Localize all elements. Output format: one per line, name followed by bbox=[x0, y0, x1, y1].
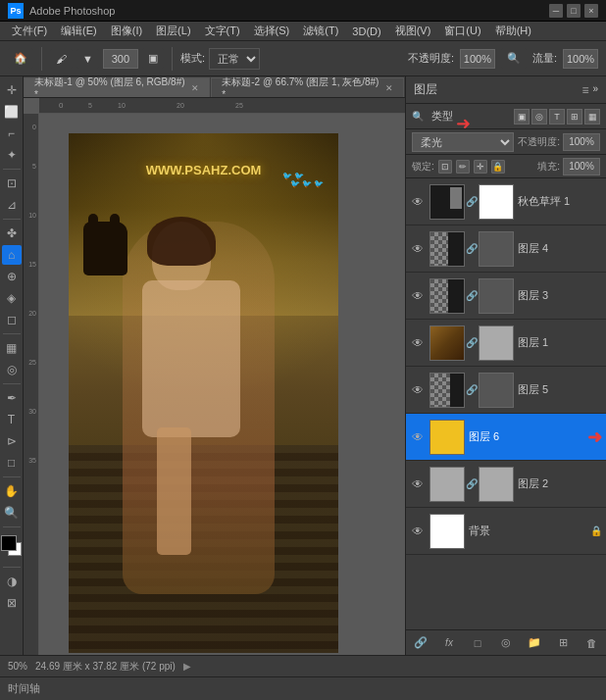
tab-2-close[interactable]: ✕ bbox=[385, 83, 393, 93]
close-button[interactable]: × bbox=[584, 4, 598, 18]
filter-smart[interactable]: ▦ bbox=[584, 109, 600, 125]
brush-type[interactable]: ▣ bbox=[142, 48, 164, 69]
menu-item-3D(D)[interactable]: 3D(D) bbox=[346, 24, 386, 39]
clone-tool[interactable]: ⊕ bbox=[2, 267, 22, 286]
layer-thumb-3 bbox=[429, 325, 465, 361]
layer-vis-0[interactable]: 👁 bbox=[410, 194, 426, 210]
screen-mode-tool[interactable]: ⊠ bbox=[2, 593, 22, 613]
layer-item-2[interactable]: 👁 🔗 图层 3 bbox=[406, 273, 606, 320]
opacity-value[interactable]: 100% bbox=[460, 49, 495, 69]
menu-item-文字(T)[interactable]: 文字(T) bbox=[199, 22, 246, 40]
lasso-tool[interactable]: ⌐ bbox=[2, 124, 22, 143]
history-tool[interactable]: ◈ bbox=[2, 288, 22, 308]
layer-vis-6[interactable]: 👁 bbox=[410, 476, 426, 492]
delete-layer-button[interactable]: 🗑 bbox=[582, 634, 600, 652]
photo-background: WWW.PSAHZ.COM 🐦 🐦 🐦 🐦 🐦 bbox=[69, 133, 338, 653]
search-button[interactable]: 🔍 bbox=[501, 48, 527, 69]
lock-move[interactable]: ✛ bbox=[474, 160, 487, 174]
fill-value[interactable]: 100% bbox=[563, 158, 600, 175]
crop-tool[interactable]: ⊡ bbox=[2, 174, 22, 193]
link-button[interactable]: 🔗 bbox=[412, 634, 429, 652]
maximize-button[interactable]: □ bbox=[567, 4, 581, 18]
menu-item-文件(F)[interactable]: 文件(F) bbox=[6, 22, 53, 40]
layer-vis-1[interactable]: 👁 bbox=[410, 241, 426, 257]
adjustment-button[interactable]: ◎ bbox=[497, 634, 515, 652]
panel-collapse[interactable]: » bbox=[592, 83, 598, 97]
layer-item-0[interactable]: 👁 🔗 秋色草坪 1 bbox=[406, 178, 606, 225]
menu-item-图层(L)[interactable]: 图层(L) bbox=[150, 22, 196, 40]
layer-mask-2 bbox=[479, 278, 514, 314]
menu-item-帮助(H)[interactable]: 帮助(H) bbox=[489, 22, 537, 40]
blur-tool[interactable]: ◎ bbox=[2, 360, 22, 379]
text-tool[interactable]: T bbox=[2, 410, 22, 429]
layer-vis-4[interactable]: 👁 bbox=[410, 382, 426, 398]
layer-item-4[interactable]: 👁 🔗 图层 5 bbox=[406, 367, 606, 414]
layer-item-1[interactable]: 👁 🔗 图层 4 bbox=[406, 225, 606, 273]
menu-item-滤镜(T)[interactable]: 滤镜(T) bbox=[297, 22, 344, 40]
girl-dress bbox=[142, 280, 240, 437]
layer-vis-5[interactable]: 👁 bbox=[410, 429, 426, 445]
rect-select-tool[interactable]: ⬜ bbox=[2, 102, 22, 122]
search-type-label: 类型 bbox=[428, 109, 457, 124]
eraser-tool[interactable]: ◻ bbox=[2, 310, 22, 329]
filter-adjust[interactable]: ◎ bbox=[531, 109, 547, 125]
minimize-button[interactable]: ─ bbox=[549, 4, 563, 18]
lock-pixel[interactable]: ⊡ bbox=[438, 160, 452, 174]
color-swatches[interactable] bbox=[1, 535, 23, 563]
blend-mode-select[interactable]: 柔光 正常 溶解 叠加 bbox=[412, 132, 514, 152]
quick-mask-tool[interactable]: ◑ bbox=[2, 572, 22, 591]
tab-2[interactable]: 未标题-2 @ 66.7% (图层 1, 灰色/8#) * ✕ bbox=[211, 77, 404, 97]
layer-info-2: 图层 3 bbox=[518, 288, 602, 303]
status-dimensions: 24.69 厘米 x 37.82 厘米 (72 ppi) bbox=[35, 660, 176, 674]
ruler-v-mark-15: 15 bbox=[28, 261, 36, 268]
brush-size[interactable]: 300 bbox=[103, 49, 138, 69]
home-button[interactable]: 🏠 bbox=[8, 48, 33, 69]
menu-item-图像(I)[interactable]: 图像(I) bbox=[105, 22, 148, 40]
healing-tool[interactable]: ✤ bbox=[2, 224, 22, 243]
shape-tool[interactable]: □ bbox=[2, 453, 22, 473]
move-tool[interactable]: ✛ bbox=[2, 80, 22, 100]
layer-item-7[interactable]: 👁 背景 🔒 bbox=[406, 508, 606, 555]
lock-draw[interactable]: ✏ bbox=[456, 160, 470, 174]
window-controls[interactable]: ─ □ × bbox=[549, 4, 598, 18]
new-fill-button[interactable]: □ bbox=[469, 634, 486, 652]
filter-text[interactable]: T bbox=[549, 109, 565, 125]
menu-item-视图(V)[interactable]: 视图(V) bbox=[389, 22, 437, 40]
layer-item-3[interactable]: 👁 🔗 图层 1 bbox=[406, 320, 606, 367]
hand-tool[interactable]: ✋ bbox=[2, 481, 22, 501]
brush-tool[interactable]: 🖌 bbox=[50, 49, 73, 69]
opacity-value[interactable]: 100% bbox=[563, 133, 600, 151]
brush-options[interactable]: ▼ bbox=[76, 49, 99, 69]
new-layer-button[interactable]: ⊞ bbox=[554, 634, 572, 652]
tab-bar: 未标题-1 @ 50% (图层 6, RGB/8#) * ✕ 未标题-2 @ 6… bbox=[24, 76, 405, 98]
panel-expand[interactable]: ≡ bbox=[581, 83, 588, 97]
group-button[interactable]: 📁 bbox=[526, 634, 543, 652]
layer-vis-2[interactable]: 👁 bbox=[410, 288, 426, 304]
layer-item-6[interactable]: 👁 🔗 图层 2 bbox=[406, 461, 606, 508]
mode-select[interactable]: 正常 溶解 柔光 bbox=[209, 48, 260, 70]
ruler-left: 0 5 10 15 20 25 30 35 bbox=[24, 114, 39, 655]
eyedropper-tool[interactable]: ⊿ bbox=[2, 195, 22, 215]
tab-1[interactable]: 未标题-1 @ 50% (图层 6, RGB/8#) * ✕ bbox=[24, 77, 210, 97]
filter-pixel[interactable]: ▣ bbox=[514, 109, 530, 125]
path-tool[interactable]: ⊳ bbox=[2, 431, 22, 451]
magic-wand-tool[interactable]: ✦ bbox=[2, 145, 22, 165]
canvas-area: 未标题-1 @ 50% (图层 6, RGB/8#) * ✕ 未标题-2 @ 6… bbox=[24, 76, 405, 655]
layer-vis-7[interactable]: 👁 bbox=[410, 524, 426, 539]
zoom-tool[interactable]: 🔍 bbox=[2, 503, 22, 523]
menu-item-选择(S)[interactable]: 选择(S) bbox=[248, 22, 296, 40]
menu-item-窗口(U)[interactable]: 窗口(U) bbox=[438, 22, 486, 40]
tab-1-close[interactable]: ✕ bbox=[191, 83, 199, 93]
girl-figure bbox=[123, 222, 275, 594]
brush-tool-left[interactable]: ⌂ bbox=[2, 245, 22, 265]
layer-item-5[interactable]: 👁 图层 6 ➜ bbox=[406, 414, 606, 461]
layer-vis-3[interactable]: 👁 bbox=[410, 335, 426, 351]
fx-button[interactable]: fx bbox=[440, 634, 458, 652]
menu-item-编辑(E)[interactable]: 编辑(E) bbox=[55, 22, 103, 40]
flow-value[interactable]: 100% bbox=[563, 49, 598, 69]
pen-tool[interactable]: ✒ bbox=[2, 388, 22, 408]
fg-color[interactable] bbox=[1, 535, 17, 551]
filter-shape[interactable]: ⊞ bbox=[567, 109, 582, 125]
gradient-tool[interactable]: ▦ bbox=[2, 338, 22, 358]
lock-all[interactable]: 🔒 bbox=[491, 160, 505, 174]
